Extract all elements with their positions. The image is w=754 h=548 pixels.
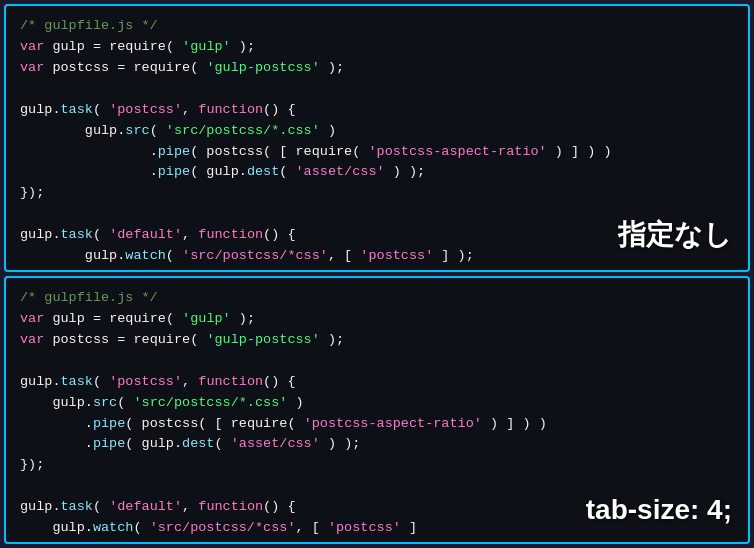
keyword-var: var bbox=[20, 39, 44, 54]
code-panel-bottom: /* gulpfile.js */ var gulp = require( 'g… bbox=[4, 276, 750, 544]
comment: /* gulpfile.js */ bbox=[20, 18, 158, 33]
comment: /* gulpfile.js */ bbox=[20, 290, 158, 305]
code-panel-top: /* gulpfile.js */ var gulp = require( 'g… bbox=[4, 4, 750, 272]
panel-bottom-label: tab-size: 4; bbox=[586, 494, 732, 526]
panel-top-label: 指定なし bbox=[618, 216, 732, 254]
